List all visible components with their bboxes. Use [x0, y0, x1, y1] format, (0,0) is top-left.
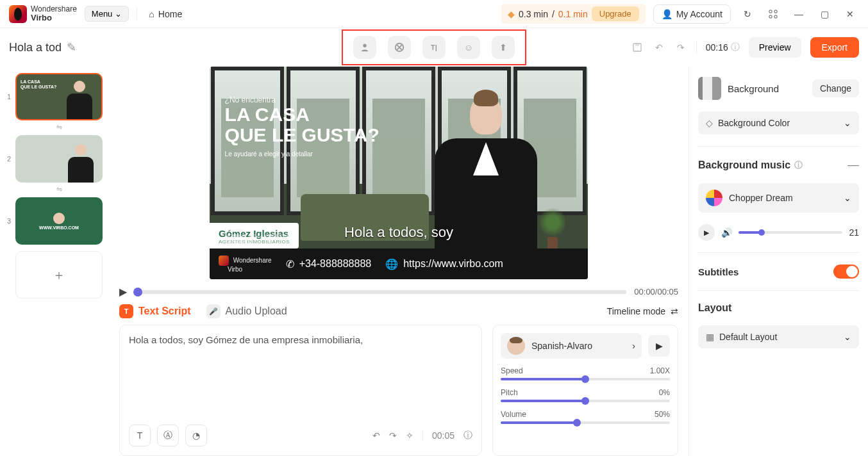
text-tool-button[interactable]: T|	[422, 36, 446, 59]
tab-audio-upload[interactable]: 🎤 Audio Upload	[206, 304, 287, 318]
apps-button[interactable]	[764, 5, 782, 23]
voice-play-button[interactable]: ▶	[648, 335, 670, 357]
svg-rect-3	[774, 15, 777, 18]
save-icon	[632, 42, 642, 53]
translate-button[interactable]: Ⓐ	[157, 425, 179, 446]
avatar-icon	[359, 42, 371, 53]
slide-item[interactable]: 3 WWW.VIRBO.COM	[6, 197, 103, 245]
redo-button[interactable]: ↷	[674, 42, 687, 53]
credits-badge: ◆ 0.3 min / 0.1 min Upgrade	[501, 4, 646, 24]
bottom-logo: Wondershare Virbo	[219, 256, 272, 273]
help-icon[interactable]: ⓘ	[731, 42, 740, 53]
bg-color-label: Background Color	[718, 118, 790, 128]
pitch-label: Pitch	[501, 388, 518, 397]
divider	[698, 290, 859, 291]
project-title[interactable]: Hola a tod ✎	[9, 40, 76, 54]
seek-bar[interactable]	[135, 290, 626, 294]
chevron-down-icon: ⌄	[844, 332, 851, 342]
slide-item[interactable]: 2	[6, 135, 103, 183]
headline-overlay[interactable]: ¿No encuentra LA CASA QUE LE GUSTA? Le a…	[225, 96, 380, 158]
preview-canvas[interactable]: ¿No encuentra LA CASA QUE LE GUSTA? Le a…	[210, 67, 588, 279]
mirror-icon[interactable]: ⇋	[15, 123, 103, 131]
logo-text: Wondershare Virbo	[31, 5, 77, 22]
since-text: SINCE 1986	[225, 239, 290, 245]
undo-button[interactable]: ↶	[653, 42, 665, 53]
help-icon[interactable]: ⓘ	[794, 159, 803, 171]
timeline-mode-toggle[interactable]: Timeline mode ⇄	[607, 306, 678, 316]
voice-select-row: Spanish-Alvaro › ▶	[501, 333, 670, 359]
upload-tool-button[interactable]: ⬆	[492, 36, 515, 59]
speaker-icon[interactable]: 🔊	[721, 227, 732, 238]
script-textarea[interactable]: Hola a todos, soy Gómez de una empresa i…	[129, 334, 472, 425]
seek-handle[interactable]	[133, 288, 142, 297]
home-label: Home	[158, 9, 182, 19]
music-select[interactable]: Chopper Dream ⌄	[698, 183, 859, 213]
slide-thumb-3[interactable]: WWW.VIRBO.COM	[15, 197, 103, 245]
upgrade-button[interactable]: Upgrade	[592, 6, 639, 21]
app-logo: Wondershare Virbo	[9, 5, 77, 23]
music-play-button[interactable]: ▶	[698, 224, 715, 241]
script-box: Hola a todos, soy Gómez de una empresa i…	[119, 325, 482, 456]
slide-thumb-1[interactable]: LA CASAQUE LE GUSTA?	[15, 73, 103, 120]
slide-thumb-2[interactable]	[15, 135, 103, 183]
pause-button[interactable]: ◔	[185, 425, 207, 446]
sticker-icon: ☺	[464, 42, 473, 53]
collapse-button[interactable]: —	[847, 158, 859, 172]
tab-text-label: Text Script	[138, 305, 191, 317]
headline-1: LA CASA	[225, 104, 380, 125]
help-icon[interactable]: ⓘ	[463, 430, 472, 441]
script-undo[interactable]: ↶	[372, 430, 380, 441]
diamond-icon: ◆	[508, 9, 515, 19]
mirror-icon[interactable]: ⇋	[15, 185, 103, 193]
preview-button[interactable]: Preview	[749, 37, 801, 58]
grid-icon	[769, 10, 778, 19]
voice-selector[interactable]: Spanish-Alvaro ›	[501, 333, 642, 359]
minimize-button[interactable]: —	[790, 5, 808, 23]
svg-point-4	[363, 44, 366, 47]
add-slide-button[interactable]: ＋	[15, 251, 103, 298]
sticker-tool-button[interactable]: ☺	[457, 36, 480, 59]
refresh-button[interactable]: ↻	[739, 5, 756, 23]
music-volume-slider[interactable]	[739, 231, 842, 234]
subtitles-toggle[interactable]	[833, 265, 859, 279]
home-button[interactable]: ⌂ Home	[145, 6, 186, 22]
script-redo[interactable]: ↷	[389, 430, 397, 441]
insert-text-button[interactable]: T	[129, 425, 151, 446]
edit-title-icon[interactable]: ✎	[67, 40, 76, 54]
divider	[698, 146, 859, 147]
save-button[interactable]	[631, 42, 644, 53]
playback-row: ▶ 00:00/00:05	[115, 279, 682, 302]
wand-icon[interactable]: ✧	[406, 430, 413, 441]
menu-button[interactable]: Menu ⌄	[85, 6, 129, 22]
duration-value: 00:16	[706, 42, 728, 53]
play-button[interactable]: ▶	[119, 286, 127, 298]
canvas-bottom-bar: Wondershare Virbo ✆ +34-888888888 🌐 http…	[210, 248, 588, 279]
pitch-slider[interactable]	[501, 400, 670, 402]
logo-icon	[9, 5, 27, 23]
speed-label: Speed	[501, 366, 523, 375]
maximize-button[interactable]: ▢	[815, 5, 833, 23]
avatar-tool-button[interactable]	[353, 36, 376, 59]
account-button[interactable]: 👤 My Account	[653, 4, 731, 24]
template-tool-button[interactable]	[388, 36, 411, 59]
divider	[696, 41, 697, 54]
credits-sep: /	[552, 9, 555, 19]
properties-panel: Background Change ◇Background Color ⌄ Ba…	[689, 67, 868, 456]
speed-slider[interactable]	[501, 378, 670, 380]
volume-slider[interactable]	[501, 421, 670, 424]
thumb-headline: LA CASAQUE LE GUSTA?	[21, 79, 56, 89]
change-bg-button[interactable]: Change	[812, 79, 859, 97]
text-block-icon: T	[137, 430, 143, 441]
slide-item[interactable]: 1 LA CASAQUE LE GUSTA?	[6, 73, 103, 120]
export-button[interactable]: Export	[810, 37, 859, 58]
swap-icon: ⇄	[671, 306, 678, 316]
layout-select[interactable]: ▦Default Layout ⌄	[698, 325, 859, 348]
bg-color-select[interactable]: ◇Background Color ⌄	[698, 111, 859, 134]
mic-icon: 🎤	[206, 304, 221, 318]
tab-text-script[interactable]: T Text Script	[119, 304, 191, 318]
close-button[interactable]: ✕	[841, 5, 859, 23]
insert-tools-highlight: T| ☺ ⬆	[342, 29, 526, 65]
svg-rect-1	[774, 10, 777, 13]
since-label: Logotipo NOMBRE DE LA EMPRESA SINCE 1986	[225, 227, 290, 245]
text-tab-icon: T	[119, 304, 133, 318]
